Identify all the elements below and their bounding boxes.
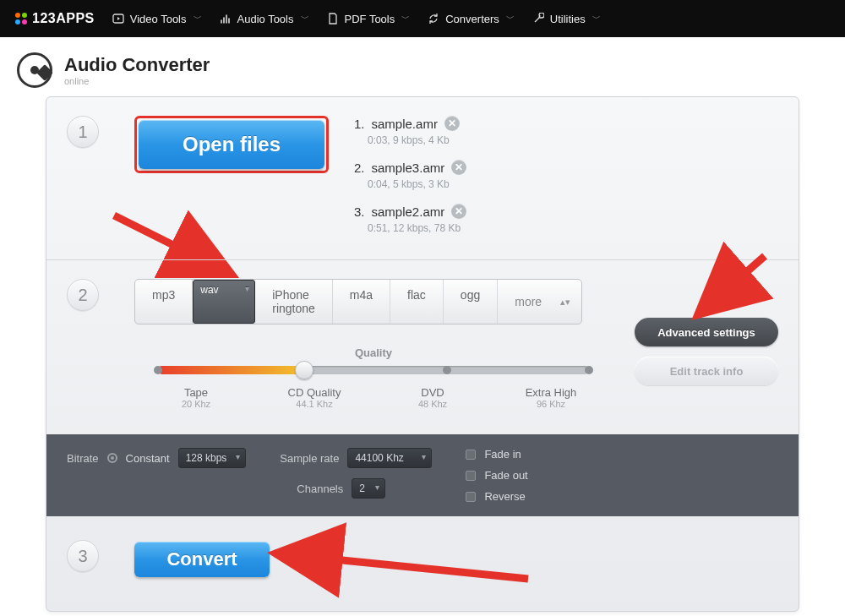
checkbox-icon [466, 450, 476, 460]
nav-label: Audio Tools [237, 13, 294, 25]
nav-video-tools[interactable]: Video Tools﹀ [112, 12, 202, 25]
nav-label: Converters [445, 13, 499, 25]
quality-label: Tape20 Khz [158, 386, 234, 409]
step-1: 1 Open files 1.sample.amr✕ 0:03, 9 kbps,… [46, 97, 799, 259]
step-2: 2 mp3 wav iPhone ringtone m4a flac ogg m… [46, 259, 799, 434]
qlab-sub: 44.1 Khz [276, 399, 352, 409]
samplerate-group: Sample rate 44100 Khz [280, 448, 432, 468]
format-iphone[interactable]: iPhone ringtone [255, 280, 333, 324]
format-wav[interactable]: wav [193, 280, 255, 324]
file-item: 2.sample3.amr✕ 0:04, 5 kbps, 3 Kb [354, 160, 466, 190]
qlab-title: Tape [184, 386, 208, 399]
qlab-title: Extra High [526, 386, 577, 399]
quality-label: Extra High96 Khz [513, 386, 589, 409]
annotation-arrow [266, 538, 537, 592]
nav-audio-tools[interactable]: Audio Tools﹀ [219, 12, 309, 25]
quality-slider: Quality Tape20 Khz CD Quality44.1 Khz DV… [158, 346, 589, 409]
chevron-down-icon: ﹀ [301, 13, 309, 25]
edit-track-info-button[interactable]: Edit track info [635, 357, 778, 385]
slider-track[interactable] [158, 366, 589, 374]
advanced-settings-button[interactable]: Advanced settings [635, 318, 778, 346]
format-bar: mp3 wav iPhone ringtone m4a flac ogg mor… [134, 279, 582, 324]
chevron-down-icon: ﹀ [592, 13, 601, 25]
slider-handle[interactable] [295, 361, 313, 379]
qlab-sub: 96 Khz [513, 399, 589, 409]
step-3: 3 Convert [46, 516, 799, 611]
reverse-check[interactable]: Reverse [466, 490, 527, 503]
remove-file-icon[interactable]: ✕ [451, 160, 466, 175]
slider-tick [154, 366, 162, 374]
bitrate-constant-radio[interactable] [107, 453, 117, 463]
slider-tick [443, 366, 451, 374]
top-nav: 123APPS Video Tools﹀ Audio Tools﹀ PDF To… [0, 0, 845, 37]
format-flac[interactable]: flac [390, 280, 444, 324]
equalizer-icon [219, 12, 232, 25]
quality-label: DVD48 Khz [395, 386, 471, 409]
fadeout-label: Fade out [484, 469, 527, 482]
fadein-label: Fade in [484, 448, 521, 461]
format-mp3[interactable]: mp3 [135, 280, 193, 324]
converter-panel: 1 Open files 1.sample.amr✕ 0:03, 9 kbps,… [46, 96, 799, 612]
file-index: 2. [354, 161, 365, 175]
channels-label: Channels [297, 482, 343, 495]
brand-text: 123APPS [32, 11, 95, 26]
play-icon [112, 12, 125, 25]
chevron-updown-icon: ▴▾ [560, 297, 570, 308]
format-m4a[interactable]: m4a [333, 280, 390, 324]
wrench-icon [532, 12, 545, 25]
channels-group: Channels 2 [280, 478, 432, 499]
nav-pdf-tools[interactable]: PDF Tools﹀ [326, 12, 411, 25]
slider-fill [158, 366, 304, 374]
qlab-sub: 48 Khz [395, 399, 471, 409]
page-header: Audio Converter online [0, 37, 845, 96]
step-number-1: 1 [67, 116, 99, 148]
nav-converters[interactable]: Converters﹀ [427, 12, 515, 25]
quality-title: Quality [158, 346, 589, 359]
format-ogg[interactable]: ogg [444, 280, 498, 324]
file-meta: 0:04, 5 kbps, 3 Kb [368, 178, 466, 190]
file-index: 1. [354, 117, 365, 131]
side-buttons: Advanced settings Edit track info [635, 318, 778, 385]
file-index: 3. [354, 204, 365, 219]
fadeout-check[interactable]: Fade out [466, 469, 527, 482]
open-files-highlight: Open files [134, 116, 329, 173]
fadein-check[interactable]: Fade in [466, 448, 527, 461]
convert-button[interactable]: Convert [134, 542, 270, 577]
sync-icon [427, 12, 440, 25]
chevron-down-icon: ﹀ [506, 13, 515, 25]
samplerate-select[interactable]: 44100 Khz [347, 448, 432, 468]
quality-label: CD Quality44.1 Khz [276, 386, 352, 409]
page-title: Audio Converter [64, 54, 210, 76]
reverse-label: Reverse [484, 490, 525, 503]
page-subtitle: online [64, 76, 210, 86]
bitrate-mode-label: Constant [126, 452, 170, 465]
bitrate-group: Bitrate Constant 128 kbps [67, 448, 246, 468]
format-more-label: more [515, 295, 542, 308]
file-meta: 0:03, 9 kbps, 4 Kb [368, 134, 466, 146]
remove-file-icon[interactable]: ✕ [451, 204, 466, 219]
file-meta: 0:51, 12 kbps, 78 Kb [368, 222, 466, 234]
qlab-title: CD Quality [288, 386, 341, 399]
slider-tick [585, 366, 593, 374]
format-more[interactable]: more▴▾ [498, 280, 582, 324]
bitrate-select[interactable]: 128 kbps [178, 448, 247, 468]
samplerate-label: Sample rate [280, 452, 339, 465]
nav-utilities[interactable]: Utilities﹀ [532, 12, 601, 25]
file-item: 1.sample.amr✕ 0:03, 9 kbps, 4 Kb [354, 116, 466, 146]
step-number-3: 3 [67, 540, 99, 572]
app-logo-icon [17, 52, 52, 88]
chevron-down-icon: ﹀ [401, 13, 410, 25]
open-files-button[interactable]: Open files [139, 120, 324, 169]
document-icon [326, 12, 340, 25]
channels-select[interactable]: 2 [352, 478, 385, 499]
file-name: sample.amr [372, 117, 438, 131]
nav-label: Video Tools [130, 13, 187, 25]
nav-label: PDF Tools [345, 13, 395, 25]
remove-file-icon[interactable]: ✕ [444, 116, 460, 131]
file-item: 3.sample2.amr✕ 0:51, 12 kbps, 78 Kb [354, 204, 466, 234]
brand-logo[interactable]: 123APPS [15, 11, 95, 26]
brand-dots-icon [15, 13, 27, 25]
advanced-settings-bar: Bitrate Constant 128 kbps Sample rate 44… [46, 434, 799, 516]
nav-label: Utilities [550, 13, 586, 25]
checkbox-icon [466, 471, 476, 481]
